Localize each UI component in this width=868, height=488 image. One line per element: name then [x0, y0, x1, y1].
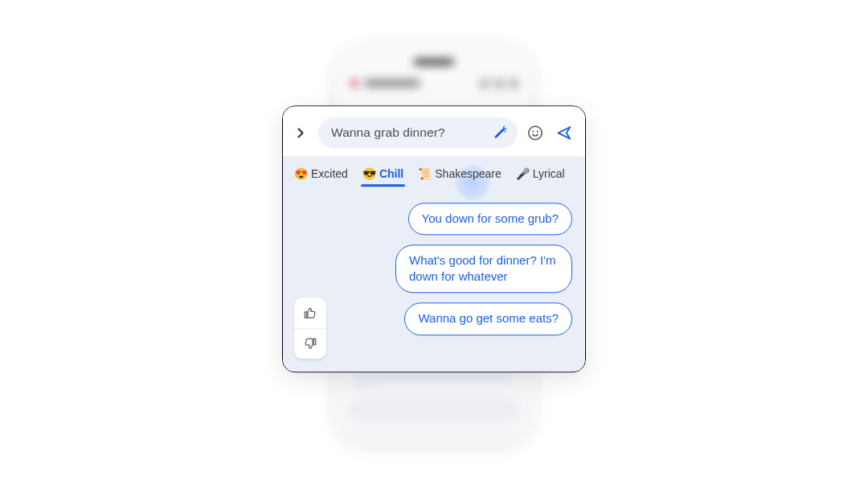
tab-label: Shakespeare: [435, 167, 502, 180]
thumbs-up-icon[interactable]: [294, 297, 326, 328]
tone-panel: 😍 Excited 😎 Chill 📜 Shakespeare 🎤 Lyrica…: [283, 156, 585, 371]
scroll-emoji-icon: 📜: [418, 168, 432, 179]
suggestion-bubble[interactable]: You down for some grub?: [408, 203, 572, 235]
expand-chevron-icon[interactable]: [289, 121, 312, 144]
tab-shakespeare[interactable]: 📜 Shakespeare: [418, 167, 502, 187]
tab-chill[interactable]: 😎 Chill: [362, 167, 403, 187]
message-input[interactable]: Wanna grab dinner?: [318, 117, 518, 148]
input-row: Wanna grab dinner?: [283, 106, 585, 156]
tab-label: Chill: [379, 167, 403, 180]
send-icon[interactable]: [553, 121, 575, 144]
tab-excited[interactable]: 😍 Excited: [294, 167, 348, 187]
microphone-emoji-icon: 🎤: [516, 168, 530, 179]
tone-tabs: 😍 Excited 😎 Chill 📜 Shakespeare 🎤 Lyrica…: [283, 156, 585, 187]
suggestion-list: You down for some grub? What's good for …: [395, 203, 572, 335]
tab-label: Lyrical: [533, 167, 565, 180]
tab-label: Excited: [311, 167, 348, 180]
svg-point-1: [532, 130, 534, 132]
svg-point-0: [529, 126, 542, 140]
suggestion-bubble[interactable]: What's good for dinner? I'm down for wha…: [395, 244, 572, 293]
heart-eyes-emoji-icon: 😍: [294, 168, 308, 179]
tab-lyrical[interactable]: 🎤 Lyrical: [516, 167, 565, 187]
magic-compose-card: Wanna grab dinner? 😍 Excited 😎: [282, 105, 586, 372]
emoji-picker-icon[interactable]: [524, 121, 547, 144]
feedback-buttons: [294, 297, 326, 359]
svg-point-2: [537, 130, 538, 132]
message-input-text: Wanna grab dinner?: [331, 125, 482, 140]
suggestion-bubble[interactable]: Wanna go get some eats?: [404, 303, 572, 335]
thumbs-down-icon[interactable]: [294, 328, 326, 359]
sunglasses-emoji-icon: 😎: [362, 168, 376, 179]
magic-rewrite-icon[interactable]: [489, 121, 511, 144]
